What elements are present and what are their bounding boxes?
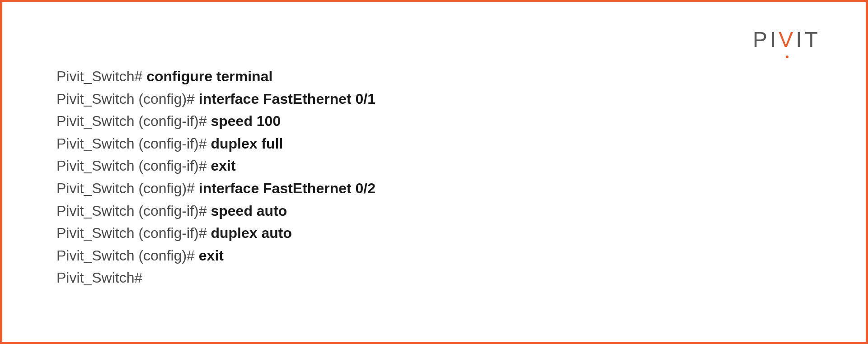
prompt: Pivit_Switch (config-if)#	[56, 203, 211, 219]
terminal-line: Pivit_Switch (config)# exit	[56, 245, 812, 267]
command: interface FastEthernet 0/2	[199, 180, 375, 196]
logo-part-1: PI	[753, 27, 779, 52]
terminal-output: Pivit_Switch# configure terminal Pivit_S…	[56, 65, 812, 289]
prompt: Pivit_Switch (config-if)#	[56, 135, 211, 152]
terminal-line: Pivit_Switch# configure terminal	[56, 65, 812, 88]
pivit-logo: PI V IT	[753, 27, 821, 52]
terminal-line: Pivit_Switch#	[56, 267, 812, 289]
command: duplex auto	[211, 225, 292, 241]
command: speed auto	[211, 203, 287, 219]
terminal-line: Pivit_Switch (config-if)# speed auto	[56, 200, 812, 223]
logo-v: V	[779, 28, 796, 51]
prompt: Pivit_Switch (config)#	[56, 247, 199, 264]
document-frame: PI V IT Pivit_Switch# configure terminal…	[0, 0, 868, 344]
logo-dot-icon	[786, 56, 788, 58]
terminal-line: Pivit_Switch (config)# interface FastEth…	[56, 88, 812, 111]
command: speed 100	[211, 113, 281, 129]
prompt: Pivit_Switch (config)#	[56, 91, 199, 107]
terminal-line: Pivit_Switch (config-if)# exit	[56, 155, 812, 177]
command: exit	[211, 158, 235, 174]
terminal-line: Pivit_Switch (config-if)# speed 100	[56, 110, 812, 133]
terminal-line: Pivit_Switch (config-if)# duplex full	[56, 133, 812, 155]
prompt: Pivit_Switch#	[56, 270, 142, 286]
terminal-line: Pivit_Switch (config-if)# duplex auto	[56, 222, 812, 245]
command: interface FastEthernet 0/1	[199, 91, 375, 107]
prompt: Pivit_Switch (config-if)#	[56, 158, 211, 174]
command: duplex full	[211, 135, 283, 152]
terminal-line: Pivit_Switch (config)# interface FastEth…	[56, 177, 812, 200]
prompt: Pivit_Switch (config-if)#	[56, 113, 211, 129]
prompt: Pivit_Switch (config-if)#	[56, 225, 211, 241]
command: configure terminal	[146, 68, 272, 84]
logo-v-wrap: V	[779, 27, 796, 52]
prompt: Pivit_Switch (config)#	[56, 180, 199, 196]
prompt: Pivit_Switch#	[56, 68, 146, 84]
command: exit	[199, 247, 224, 264]
logo-part-2: IT	[796, 27, 821, 52]
